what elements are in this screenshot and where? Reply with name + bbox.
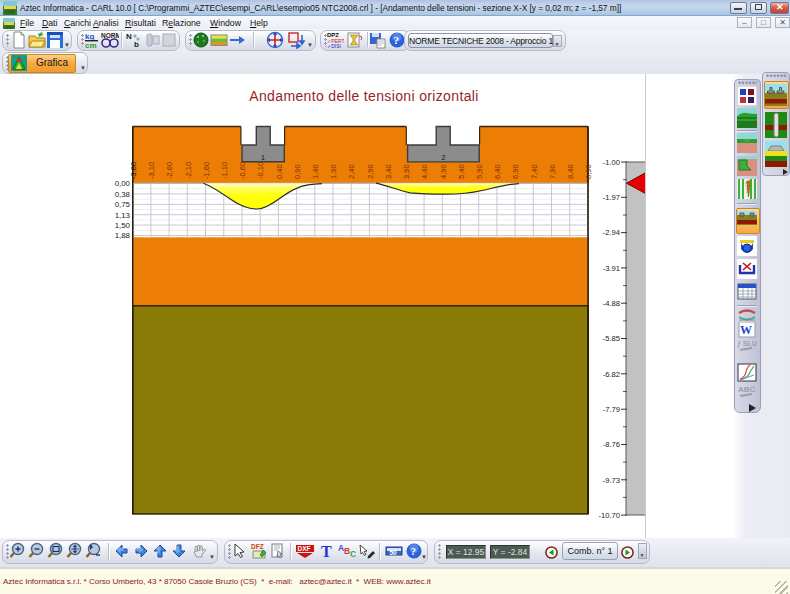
svg-text:3,40: 3,40 (384, 164, 393, 179)
svg-text:0,90: 0,90 (293, 164, 302, 179)
svg-text:T: T (321, 543, 332, 560)
svg-text:5,40: 5,40 (457, 164, 466, 179)
svg-text:6,90: 6,90 (511, 164, 520, 179)
svg-text:1,90: 1,90 (329, 164, 338, 179)
svg-text:7,40: 7,40 (530, 164, 539, 179)
svg-text:-1,60: -1,60 (202, 162, 211, 179)
svg-text:7,90: 7,90 (548, 164, 557, 179)
svg-text:-2,60: -2,60 (165, 162, 174, 179)
svg-text:-0,60: -0,60 (238, 162, 247, 179)
svg-text:-2.94: -2.94 (603, 228, 620, 237)
svg-text:-2,10: -2,10 (184, 162, 193, 179)
svg-text:-0,10: -0,10 (256, 162, 265, 179)
svg-text:2: 2 (442, 154, 446, 161)
svg-text:1: 1 (261, 154, 265, 161)
svg-text:ABC: ABC (738, 385, 756, 394)
svg-text:0,75: 0,75 (115, 200, 131, 209)
svg-text:0,00: 0,00 (115, 179, 131, 188)
svg-text:b: b (134, 40, 139, 49)
svg-text:1,88: 1,88 (115, 231, 131, 240)
svg-text:W: W (740, 323, 752, 337)
svg-text:-3.91: -3.91 (603, 264, 620, 273)
svg-text:1,13: 1,13 (115, 211, 131, 220)
svg-text:8,40: 8,40 (566, 164, 575, 179)
svg-text:5,90: 5,90 (475, 164, 484, 179)
svg-text:2,90: 2,90 (366, 164, 375, 179)
svg-text:-9.73: -9.73 (603, 476, 620, 485)
svg-text:8,90: 8,90 (584, 164, 593, 179)
svg-text:-7.79: -7.79 (603, 405, 620, 414)
svg-text:-8.76: -8.76 (603, 440, 620, 449)
svg-text:-1.97: -1.97 (603, 193, 620, 202)
svg-text:50: 50 (390, 549, 398, 556)
svg-text:0,40: 0,40 (275, 164, 284, 179)
svg-text:?: ? (394, 34, 400, 46)
svg-text:?: ? (411, 545, 417, 557)
svg-text:✓DISI: ✓DISI (327, 43, 341, 49)
svg-text:1,50: 1,50 (115, 221, 131, 230)
svg-text:-6.82: -6.82 (603, 370, 620, 379)
svg-text:4,40: 4,40 (420, 164, 429, 179)
svg-text:-4.88: -4.88 (603, 299, 620, 308)
svg-text:Andamento delle tensioni orizo: Andamento delle tensioni orizontali (249, 88, 478, 104)
svg-text:-1.00: -1.00 (603, 158, 620, 167)
svg-text:kg: kg (85, 32, 94, 41)
svg-text:DFZ: DFZ (251, 543, 264, 550)
svg-text:cm: cm (85, 41, 97, 49)
svg-text:-3,10: -3,10 (147, 162, 156, 179)
svg-text:-3,60: -3,60 (129, 162, 138, 179)
svg-text:ƒ SLU: ƒ SLU (737, 340, 757, 348)
svg-text:N: N (126, 32, 132, 41)
svg-text:DXF: DXF (298, 545, 311, 552)
svg-text:6,40: 6,40 (493, 164, 502, 179)
svg-text:3,90: 3,90 (402, 164, 411, 179)
svg-text:0,38: 0,38 (115, 190, 131, 199)
svg-text:4,90: 4,90 (439, 164, 448, 179)
svg-text:2,40: 2,40 (347, 164, 356, 179)
svg-text:-5.85: -5.85 (603, 334, 620, 343)
svg-text:1,40: 1,40 (311, 164, 320, 179)
svg-text:C: C (350, 549, 356, 559)
svg-text:NORM: NORM (101, 32, 119, 39)
svg-text:-10.70: -10.70 (598, 511, 620, 520)
svg-text:-1,10: -1,10 (220, 162, 229, 179)
